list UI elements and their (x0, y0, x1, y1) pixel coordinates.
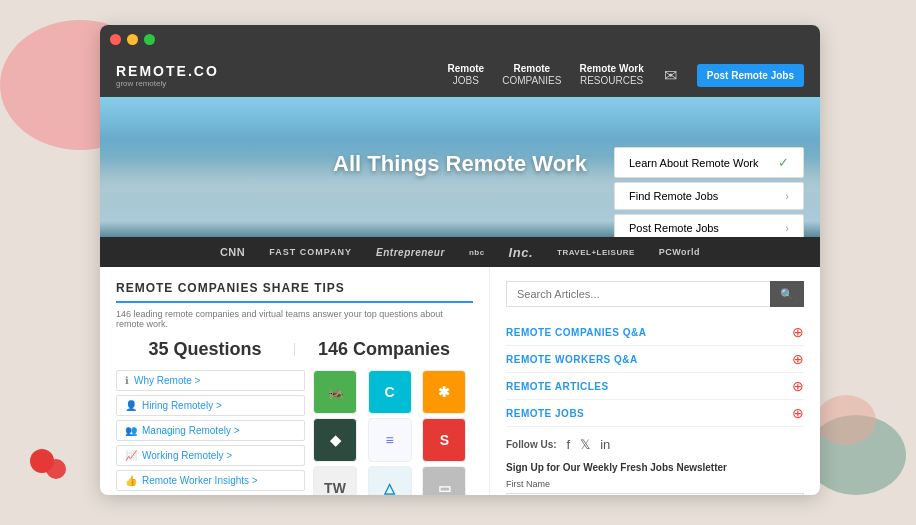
company-logo-asterisk[interactable]: ✱ (422, 370, 466, 414)
company-logo-gray-rect[interactable]: ▭ (422, 466, 466, 495)
question-hiring[interactable]: 👤 Hiring Remotely > (116, 395, 305, 416)
company-logo-canva[interactable]: C (368, 370, 412, 414)
cta-post-label: Post Remote Jobs (629, 222, 719, 234)
questions-list: ℹ Why Remote > 👤 Hiring Remotely > 👥 Man… (116, 370, 305, 495)
browser-titlebar (100, 25, 820, 53)
question-label: Remote Worker Insights > (142, 475, 258, 486)
first-name-input[interactable] (506, 493, 804, 495)
pcworld-logo: PCWorld (659, 247, 700, 257)
search-button[interactable]: 🔍 (770, 281, 804, 307)
nav-resources[interactable]: Remote Work RESOURCES (579, 63, 643, 87)
question-working[interactable]: 📈 Working Remotely > (116, 445, 305, 466)
questions-number: 35 Questions (116, 339, 294, 360)
find-remote-jobs-button[interactable]: Find Remote Jobs › (614, 182, 804, 210)
brand-logo-decor (28, 441, 78, 485)
info-icon: ℹ (125, 375, 129, 386)
hero-section: All Things Remote Work Learn About Remot… (100, 97, 820, 237)
question-label: Hiring Remotely > (142, 400, 222, 411)
plus-icon: ⊕ (792, 405, 805, 421)
plus-icon: ⊕ (792, 351, 805, 367)
sidebar-workers-qa[interactable]: REMOTE WORKERS Q&A ⊕ (506, 346, 804, 373)
sidebar-link-label: REMOTE JOBS (506, 408, 584, 419)
site-logo[interactable]: REMOTE.CO grow remotely (116, 63, 219, 88)
stats-row: 35 Questions 146 Companies (116, 339, 473, 360)
sidebar-companies-qa[interactable]: REMOTE COMPANIES Q&A ⊕ (506, 319, 804, 346)
search-box: 🔍 (506, 281, 804, 307)
first-name-label: First Name (506, 479, 804, 489)
nav-companies-remote-label: Remote (502, 63, 561, 75)
nav-resources-remote-label: Remote Work (579, 63, 643, 75)
check-icon: ✓ (778, 155, 789, 170)
nav-remote-label: Remote (448, 63, 485, 75)
post-remote-jobs-button[interactable]: Post Remote Jobs (697, 64, 804, 87)
people-icon: 👥 (125, 425, 137, 436)
svg-point-1 (46, 459, 66, 479)
sidebar-jobs[interactable]: REMOTE JOBS ⊕ (506, 400, 804, 427)
plus-icon: ⊕ (792, 324, 805, 340)
press-logos-bar: CNN FAST COMPANY Entrepreneur nbc Inc. T… (100, 237, 820, 267)
browser-window: REMOTE.CO grow remotely Remote JOBS Remo… (100, 25, 820, 495)
follow-section: Follow Us: f 𝕏 in (506, 437, 804, 452)
logo-sub: grow remotely (116, 79, 219, 88)
twitter-icon[interactable]: 𝕏 (580, 437, 590, 452)
sidebar-articles[interactable]: REMOTE ARTICLES ⊕ (506, 373, 804, 400)
traffic-light-red[interactable] (110, 34, 121, 45)
arrow-icon-2: › (785, 222, 789, 234)
nav-jobs[interactable]: Remote JOBS (448, 63, 485, 87)
fastcompany-logo: FAST COMPANY (269, 247, 352, 257)
inc-logo: Inc. (509, 245, 533, 260)
company-logo-stripe[interactable]: ≡ (368, 418, 412, 462)
questions-stat: 35 Questions (116, 339, 294, 360)
sidebar-link-label: REMOTE COMPANIES Q&A (506, 327, 646, 338)
traffic-light-yellow[interactable] (127, 34, 138, 45)
arrow-icon: › (785, 190, 789, 202)
nav-companies[interactable]: Remote COMPANIES (502, 63, 561, 87)
logo-main: REMOTE.CO (116, 63, 219, 79)
cta-learn-label: Learn About Remote Work (629, 157, 758, 169)
search-input[interactable] (506, 281, 770, 307)
question-managing[interactable]: 👥 Managing Remotely > (116, 420, 305, 441)
question-why-remote[interactable]: ℹ Why Remote > (116, 370, 305, 391)
newsletter-section: Sign Up for Our Weekly Fresh Jobs Newsle… (506, 462, 804, 495)
right-panel: 🔍 REMOTE COMPANIES Q&A ⊕ REMOTE WORKERS … (490, 267, 820, 495)
questions-grid: ℹ Why Remote > 👤 Hiring Remotely > 👥 Man… (116, 370, 473, 495)
navbar: REMOTE.CO grow remotely Remote JOBS Remo… (100, 53, 820, 97)
mail-icon[interactable]: ✉ (664, 66, 677, 85)
question-insights[interactable]: 👍 Remote Worker Insights > (116, 470, 305, 491)
linkedin-icon[interactable]: in (600, 437, 610, 452)
company-logo-tw[interactable]: TW (313, 466, 357, 495)
post-remote-jobs-cta-button[interactable]: Post Remote Jobs › (614, 214, 804, 237)
person-icon: 👤 (125, 400, 137, 411)
follow-label: Follow Us: (506, 439, 557, 450)
cta-find-label: Find Remote Jobs (629, 190, 718, 202)
sidebar-link-label: REMOTE ARTICLES (506, 381, 609, 392)
sidebar-link-label: REMOTE WORKERS Q&A (506, 354, 638, 365)
nbc-logo: nbc (469, 248, 485, 257)
company-logo-red-s[interactable]: S (422, 418, 466, 462)
section-subtitle: 146 leading remote companies and virtual… (116, 309, 473, 329)
main-content: REMOTE COMPANIES SHARE TIPS 146 leading … (100, 267, 820, 495)
company-logo-dark-leaf[interactable]: ◆ (313, 418, 357, 462)
cta-panel: Learn About Remote Work ✓ Find Remote Jo… (614, 147, 804, 237)
company-logo-grasshopper[interactable]: 🦗 (313, 370, 357, 414)
chart-icon: 📈 (125, 450, 137, 461)
facebook-icon[interactable]: f (567, 437, 571, 452)
entrepreneur-logo: Entrepreneur (376, 247, 445, 258)
newsletter-title: Sign Up for Our Weekly Fresh Jobs Newsle… (506, 462, 804, 473)
company-logo-studygroup[interactable]: △ (368, 466, 412, 495)
learn-remote-work-button[interactable]: Learn About Remote Work ✓ (614, 147, 804, 178)
thumbs-up-icon: 👍 (125, 475, 137, 486)
nav-links: Remote JOBS Remote COMPANIES Remote Work… (448, 63, 644, 87)
question-label: Why Remote > (134, 375, 200, 386)
travel-leisure-logo: TRAVEL+LEISURE (557, 248, 635, 257)
traffic-light-green[interactable] (144, 34, 155, 45)
company-logos-grid: 🦗C✱◆≡STW△▭))◉T (313, 370, 473, 495)
cnn-logo: CNN (220, 246, 245, 258)
companies-stat: 146 Companies (295, 339, 473, 360)
section-title: REMOTE COMPANIES SHARE TIPS (116, 281, 473, 303)
left-panel: REMOTE COMPANIES SHARE TIPS 146 leading … (100, 267, 490, 495)
plus-icon: ⊕ (792, 378, 805, 394)
companies-number: 146 Companies (295, 339, 473, 360)
question-label: Working Remotely > (142, 450, 232, 461)
bg-decoration-salmon (816, 395, 876, 445)
